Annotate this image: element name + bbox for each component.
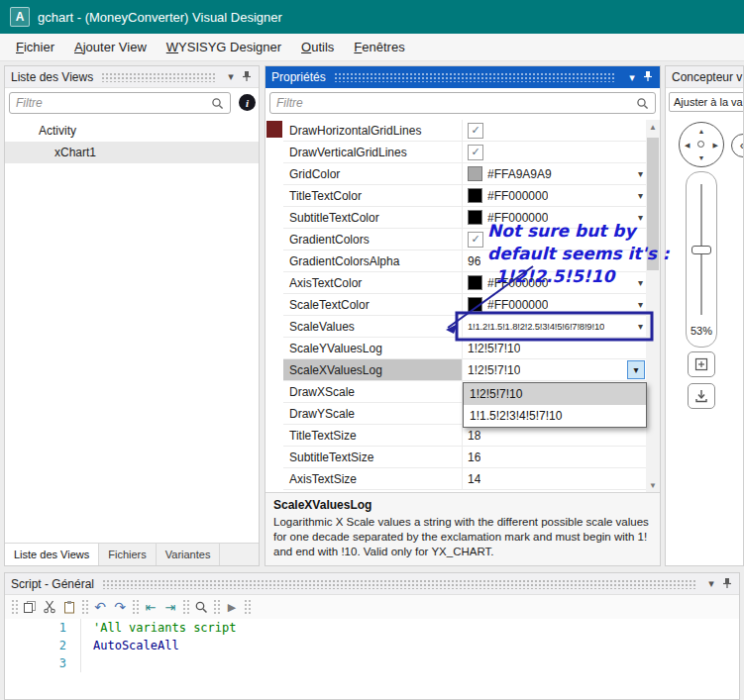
property-value[interactable]: 14: [463, 468, 646, 489]
properties-panel-header[interactable]: Propriétés ▾: [266, 66, 660, 88]
property-value[interactable]: #FFA9A9A9▾: [463, 163, 646, 184]
tab-fichiers[interactable]: Fichiers: [99, 544, 157, 565]
property-value[interactable]: 1!2!5!7!10: [463, 338, 646, 358]
header-grip: [102, 579, 695, 589]
property-row-drawverticalgridlines[interactable]: DrawVerticalGridLines✓: [283, 142, 646, 163]
checkbox[interactable]: ✓: [468, 145, 483, 160]
dropdown-option[interactable]: 1!1.5!2!3!4!5!7!10: [464, 405, 646, 427]
property-value[interactable]: 18: [463, 425, 646, 446]
combo-dropdown: 1!2!5!7!101!1.5!2!3!4!5!7!10: [463, 382, 647, 428]
script-panel-header[interactable]: Script - Général ▾: [5, 573, 739, 595]
title-bar[interactable]: A gchart - (MoneyConverter) Visual Desig…: [0, 0, 744, 34]
property-value[interactable]: ✓: [463, 120, 646, 141]
outdent-icon[interactable]: ⇤: [141, 597, 160, 617]
chevron-down-icon[interactable]: ▾: [638, 321, 643, 332]
pin-icon[interactable]: [719, 577, 735, 591]
zoom-percent: 53%: [687, 325, 716, 337]
pin-icon[interactable]: [640, 70, 656, 84]
tab-liste-des-views[interactable]: Liste des Views: [5, 544, 99, 565]
info-icon[interactable]: i: [239, 94, 256, 111]
views-panel-header[interactable]: Liste des Views ▾: [5, 66, 259, 88]
property-row-drawhorizontalgridlines[interactable]: DrawHorizontalGridLines✓: [283, 120, 646, 142]
cut-icon[interactable]: [40, 597, 59, 617]
property-name: ScaleYValuesLog: [283, 338, 463, 358]
collapse-panel-button[interactable]: «: [731, 134, 744, 157]
code-editor[interactable]: 1'All variants script2AutoScaleAll3: [5, 619, 739, 699]
search-icon[interactable]: [636, 97, 649, 110]
property-row-scalexvalueslog[interactable]: ScaleXValuesLog1!2!5!7!10▾: [283, 359, 646, 381]
property-value[interactable]: 1!2!5!7!10▾: [463, 359, 646, 380]
chevron-down-icon[interactable]: ▾: [223, 70, 239, 83]
properties-filter[interactable]: [269, 92, 656, 114]
value-text: #FF000000: [487, 189, 548, 203]
menu-item-outils[interactable]: Outils: [291, 34, 344, 60]
scroll-up-icon[interactable]: ▲: [646, 120, 660, 134]
property-value[interactable]: 1!1.2!1.5!1.8!2!2.5!3!4!5!6!7!8!9!10▾: [463, 316, 646, 337]
property-value[interactable]: #FF000000▾: [463, 185, 646, 206]
chevron-down-icon[interactable]: ▾: [638, 299, 643, 310]
property-row-subtitletextsize[interactable]: SubtitleTextSize16: [283, 447, 646, 468]
export-image-button[interactable]: [688, 383, 715, 409]
views-panel: Liste des Views ▾ i ActivityxChart1 List…: [4, 65, 260, 566]
zoom-fit-button[interactable]: [688, 351, 715, 377]
indent-icon[interactable]: ⇥: [160, 597, 180, 617]
dropdown-option[interactable]: 1!2!5!7!10: [464, 383, 646, 405]
script-toolbar: ↶↷⇤⇥▶: [5, 595, 739, 620]
value-text: 18: [468, 429, 480, 443]
checkbox[interactable]: ✓: [468, 232, 483, 248]
toolbar-grip: [244, 599, 251, 615]
chevron-down-icon[interactable]: ▾: [624, 71, 640, 84]
search-icon[interactable]: [211, 97, 224, 110]
arrow-down-icon: ▼: [698, 154, 705, 161]
menu-item-fen-tres[interactable]: Fenêtres: [344, 34, 414, 60]
property-row-titletextcolor[interactable]: TitleTextColor#FF000000▾: [283, 185, 646, 207]
property-name: GradientColorsAlpha: [283, 250, 463, 271]
property-row-axistextsize[interactable]: AxisTextSize14: [283, 468, 646, 490]
checkbox[interactable]: ✓: [468, 123, 483, 139]
menu-item-wysisyg-designer[interactable]: WYSISYG Designer: [157, 34, 291, 60]
property-value[interactable]: #FF000000▾: [463, 294, 646, 315]
property-value[interactable]: 16: [463, 447, 646, 467]
zoom-slider[interactable]: 53%: [686, 171, 717, 348]
copy-icon[interactable]: [20, 597, 40, 617]
designer-panel-header[interactable]: Concepteur v: [666, 66, 743, 88]
code-text: [80, 654, 93, 672]
property-name: AxisTextColor: [283, 272, 463, 293]
code-text: 'All variants script: [80, 619, 237, 637]
header-grip: [101, 72, 215, 82]
menu-item-fichier[interactable]: Fichier: [6, 34, 64, 60]
combo-open-button[interactable]: ▾: [627, 360, 645, 379]
menu-item-ajouter-view[interactable]: Ajouter View: [64, 34, 157, 60]
script-panel: Script - Général ▾ ↶↷⇤⇥▶ 1'All variants …: [4, 572, 740, 700]
paste-icon[interactable]: [59, 597, 79, 617]
scroll-down-icon[interactable]: ▼: [646, 478, 660, 492]
value-text: 96: [468, 254, 480, 268]
tree-item-xchart1[interactable]: xChart1: [5, 142, 259, 163]
chevron-down-icon[interactable]: ▾: [638, 190, 643, 201]
property-row-scaletextcolor[interactable]: ScaleTextColor#FF000000▾: [283, 294, 646, 316]
toolbar-grip: [213, 599, 220, 615]
views-filter-input[interactable]: [10, 96, 211, 110]
fit-view-button[interactable]: Ajuster à la va: [669, 92, 744, 112]
properties-filter-input[interactable]: [270, 96, 636, 110]
views-filter[interactable]: [9, 92, 231, 114]
slider-thumb[interactable]: [691, 246, 711, 254]
redo-icon[interactable]: ↷: [110, 597, 130, 617]
pan-dpad[interactable]: ▲ ▼ ◀ ▶: [679, 122, 724, 167]
undo-icon[interactable]: ↶: [90, 597, 110, 617]
pin-icon[interactable]: [239, 70, 255, 84]
chevron-down-icon[interactable]: ▾: [638, 168, 643, 179]
tree-item-activity[interactable]: Activity: [5, 120, 259, 142]
property-row-gridcolor[interactable]: GridColor#FFA9A9A9▾: [283, 163, 646, 185]
scrollbar[interactable]: ▲ ▼: [646, 120, 660, 492]
property-row-scaleyvalueslog[interactable]: ScaleYValuesLog1!2!5!7!10: [283, 338, 646, 359]
property-row-titletextsize[interactable]: TitleTextSize18: [283, 425, 646, 447]
property-row-scalevalues[interactable]: ScaleValues1!1.2!1.5!1.8!2!2.5!3!4!5!6!7…: [283, 316, 646, 338]
tab-variantes[interactable]: Variantes: [157, 544, 221, 565]
chevron-down-icon[interactable]: ▾: [703, 577, 719, 590]
search-icon[interactable]: [191, 597, 211, 617]
annotation-note: Not sure but bydefault seems it's :1!2!2…: [487, 220, 669, 288]
run-icon[interactable]: ▶: [222, 597, 242, 617]
property-name: AxisTextSize: [283, 468, 463, 489]
property-value[interactable]: ✓: [463, 142, 646, 162]
